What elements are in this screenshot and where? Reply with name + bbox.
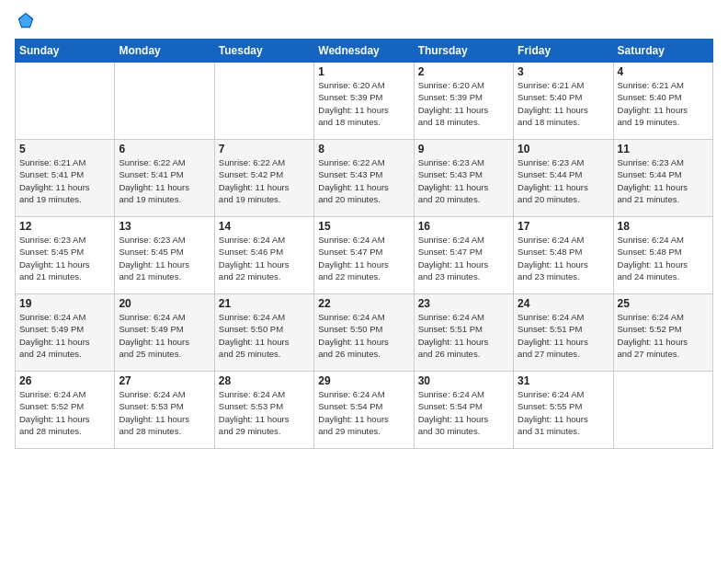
day-info: Sunrise: 6:23 AM Sunset: 5:43 PM Dayligh…: [418, 156, 509, 205]
calendar-cell: 21Sunrise: 6:24 AM Sunset: 5:50 PM Dayli…: [214, 294, 313, 372]
day-number: 26: [19, 374, 110, 387]
page: SundayMondayTuesdayWednesdayThursdayFrid…: [0, 0, 728, 563]
week-row-2: 5Sunrise: 6:21 AM Sunset: 5:41 PM Daylig…: [16, 140, 713, 217]
day-number: 4: [618, 65, 709, 78]
day-number: 25: [618, 297, 709, 310]
calendar-cell: 8Sunrise: 6:22 AM Sunset: 5:43 PM Daylig…: [314, 140, 414, 217]
weekday-header-thursday: Thursday: [414, 40, 513, 63]
day-info: Sunrise: 6:24 AM Sunset: 5:54 PM Dayligh…: [318, 388, 409, 437]
calendar-cell: 23Sunrise: 6:24 AM Sunset: 5:51 PM Dayli…: [414, 294, 513, 372]
day-number: 9: [418, 143, 509, 155]
logo-icon: [17, 11, 35, 29]
day-number: 30: [418, 374, 509, 387]
week-row-1: 1Sunrise: 6:20 AM Sunset: 5:39 PM Daylig…: [16, 63, 713, 140]
day-info: Sunrise: 6:20 AM Sunset: 5:39 PM Dayligh…: [418, 79, 509, 128]
calendar-cell: [214, 63, 313, 140]
day-number: 29: [318, 374, 409, 387]
weekday-header-wednesday: Wednesday: [314, 40, 414, 63]
day-info: Sunrise: 6:24 AM Sunset: 5:53 PM Dayligh…: [219, 388, 310, 437]
logo: [15, 11, 35, 31]
calendar-cell: 16Sunrise: 6:24 AM Sunset: 5:47 PM Dayli…: [414, 217, 513, 294]
day-info: Sunrise: 6:22 AM Sunset: 5:43 PM Dayligh…: [318, 156, 409, 205]
day-info: Sunrise: 6:24 AM Sunset: 5:47 PM Dayligh…: [418, 234, 509, 282]
weekday-header-sunday: Sunday: [16, 40, 115, 63]
day-number: 2: [418, 65, 509, 78]
day-info: Sunrise: 6:24 AM Sunset: 5:48 PM Dayligh…: [618, 234, 709, 282]
calendar-cell: 6Sunrise: 6:22 AM Sunset: 5:41 PM Daylig…: [115, 140, 214, 217]
calendar-cell: 25Sunrise: 6:24 AM Sunset: 5:52 PM Dayli…: [613, 294, 712, 372]
day-info: Sunrise: 6:24 AM Sunset: 5:47 PM Dayligh…: [318, 234, 409, 282]
calendar-cell: 28Sunrise: 6:24 AM Sunset: 5:53 PM Dayli…: [214, 372, 313, 449]
day-number: 10: [518, 143, 609, 155]
weekday-header-monday: Monday: [115, 40, 214, 63]
week-row-3: 12Sunrise: 6:23 AM Sunset: 5:45 PM Dayli…: [16, 217, 713, 294]
day-info: Sunrise: 6:24 AM Sunset: 5:52 PM Dayligh…: [618, 311, 709, 360]
week-row-5: 26Sunrise: 6:24 AM Sunset: 5:52 PM Dayli…: [16, 372, 713, 449]
day-number: 31: [518, 374, 609, 387]
day-number: 19: [19, 297, 110, 310]
day-info: Sunrise: 6:24 AM Sunset: 5:50 PM Dayligh…: [318, 311, 409, 360]
calendar-cell: 10Sunrise: 6:23 AM Sunset: 5:44 PM Dayli…: [514, 140, 613, 217]
day-number: 3: [518, 65, 609, 78]
weekday-header-tuesday: Tuesday: [214, 40, 313, 63]
day-number: 6: [119, 143, 210, 155]
day-info: Sunrise: 6:24 AM Sunset: 5:46 PM Dayligh…: [219, 234, 310, 282]
calendar-cell: 9Sunrise: 6:23 AM Sunset: 5:43 PM Daylig…: [414, 140, 513, 217]
day-number: 7: [219, 143, 310, 155]
day-info: Sunrise: 6:23 AM Sunset: 5:45 PM Dayligh…: [119, 234, 210, 282]
calendar-cell: 18Sunrise: 6:24 AM Sunset: 5:48 PM Dayli…: [613, 217, 712, 294]
weekday-header-saturday: Saturday: [613, 40, 712, 63]
calendar-table: SundayMondayTuesdayWednesdayThursdayFrid…: [15, 39, 713, 449]
calendar-cell: 5Sunrise: 6:21 AM Sunset: 5:41 PM Daylig…: [16, 140, 115, 217]
calendar-cell: 13Sunrise: 6:23 AM Sunset: 5:45 PM Dayli…: [115, 217, 214, 294]
day-number: 23: [418, 297, 509, 310]
day-info: Sunrise: 6:24 AM Sunset: 5:49 PM Dayligh…: [19, 311, 110, 360]
day-number: 18: [618, 220, 709, 233]
calendar-cell: 3Sunrise: 6:21 AM Sunset: 5:40 PM Daylig…: [514, 63, 613, 140]
day-number: 14: [219, 220, 310, 233]
day-number: 28: [219, 374, 310, 387]
day-info: Sunrise: 6:24 AM Sunset: 5:51 PM Dayligh…: [518, 311, 609, 360]
day-info: Sunrise: 6:21 AM Sunset: 5:41 PM Dayligh…: [19, 156, 110, 205]
calendar-cell: 11Sunrise: 6:23 AM Sunset: 5:44 PM Dayli…: [613, 140, 712, 217]
day-info: Sunrise: 6:22 AM Sunset: 5:42 PM Dayligh…: [219, 156, 310, 205]
calendar-cell: [613, 372, 712, 449]
calendar-cell: 29Sunrise: 6:24 AM Sunset: 5:54 PM Dayli…: [314, 372, 414, 449]
day-number: 22: [318, 297, 409, 310]
calendar-cell: [115, 63, 214, 140]
day-number: 11: [618, 143, 709, 155]
day-info: Sunrise: 6:21 AM Sunset: 5:40 PM Dayligh…: [618, 79, 709, 128]
day-number: 13: [119, 220, 210, 233]
svg-marker-1: [19, 14, 31, 26]
calendar-cell: 19Sunrise: 6:24 AM Sunset: 5:49 PM Dayli…: [16, 294, 115, 372]
calendar-cell: 31Sunrise: 6:24 AM Sunset: 5:55 PM Dayli…: [514, 372, 613, 449]
day-info: Sunrise: 6:24 AM Sunset: 5:54 PM Dayligh…: [418, 388, 509, 437]
day-info: Sunrise: 6:24 AM Sunset: 5:53 PM Dayligh…: [119, 388, 210, 437]
day-number: 17: [518, 220, 609, 233]
calendar-cell: 20Sunrise: 6:24 AM Sunset: 5:49 PM Dayli…: [115, 294, 214, 372]
calendar-cell: [16, 63, 115, 140]
day-number: 8: [318, 143, 409, 155]
day-info: Sunrise: 6:24 AM Sunset: 5:48 PM Dayligh…: [518, 234, 609, 282]
day-info: Sunrise: 6:20 AM Sunset: 5:39 PM Dayligh…: [318, 79, 409, 128]
day-info: Sunrise: 6:24 AM Sunset: 5:49 PM Dayligh…: [119, 311, 210, 360]
week-row-4: 19Sunrise: 6:24 AM Sunset: 5:49 PM Dayli…: [16, 294, 713, 372]
calendar-cell: 15Sunrise: 6:24 AM Sunset: 5:47 PM Dayli…: [314, 217, 414, 294]
day-number: 1: [318, 65, 409, 78]
day-number: 20: [119, 297, 210, 310]
day-info: Sunrise: 6:23 AM Sunset: 5:44 PM Dayligh…: [518, 156, 609, 205]
day-info: Sunrise: 6:23 AM Sunset: 5:44 PM Dayligh…: [618, 156, 709, 205]
calendar-cell: 17Sunrise: 6:24 AM Sunset: 5:48 PM Dayli…: [514, 217, 613, 294]
day-info: Sunrise: 6:24 AM Sunset: 5:52 PM Dayligh…: [19, 388, 110, 437]
day-info: Sunrise: 6:24 AM Sunset: 5:50 PM Dayligh…: [219, 311, 310, 360]
calendar-cell: 24Sunrise: 6:24 AM Sunset: 5:51 PM Dayli…: [514, 294, 613, 372]
calendar-cell: 14Sunrise: 6:24 AM Sunset: 5:46 PM Dayli…: [214, 217, 313, 294]
weekday-header-row: SundayMondayTuesdayWednesdayThursdayFrid…: [16, 40, 713, 63]
day-number: 27: [119, 374, 210, 387]
calendar-cell: 12Sunrise: 6:23 AM Sunset: 5:45 PM Dayli…: [16, 217, 115, 294]
day-info: Sunrise: 6:24 AM Sunset: 5:55 PM Dayligh…: [518, 388, 609, 437]
calendar-cell: 22Sunrise: 6:24 AM Sunset: 5:50 PM Dayli…: [314, 294, 414, 372]
day-info: Sunrise: 6:22 AM Sunset: 5:41 PM Dayligh…: [119, 156, 210, 205]
day-number: 21: [219, 297, 310, 310]
calendar-cell: 30Sunrise: 6:24 AM Sunset: 5:54 PM Dayli…: [414, 372, 513, 449]
